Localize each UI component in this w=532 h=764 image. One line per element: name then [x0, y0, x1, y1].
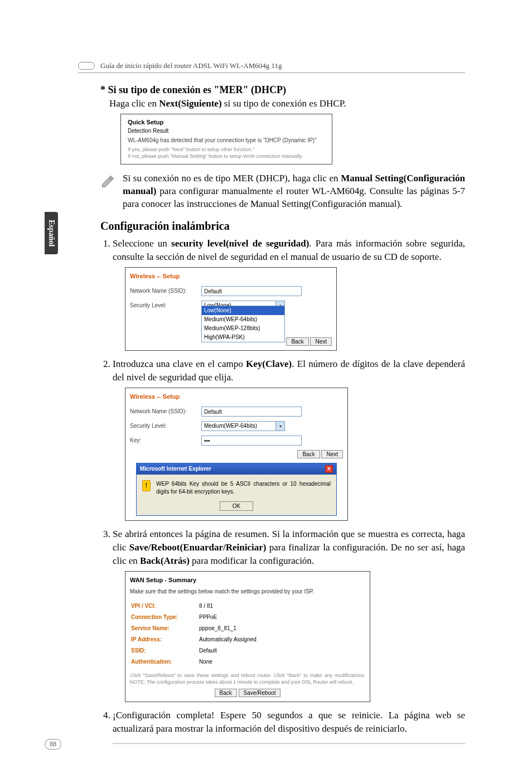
qs-detect: WL-AM604g has detected that your connect…: [128, 137, 325, 143]
table-row: IP Address:Automatically Assigned: [131, 635, 261, 645]
security-dropdown[interactable]: Low(None) Medium(WEP-64bits) Medium(WEP-…: [201, 306, 285, 342]
language-tab: Español: [45, 212, 58, 254]
step-3: Se abrirá entonces la página de resumen.…: [113, 528, 465, 702]
summary-desc: Make sure that the settings below match …: [130, 588, 365, 596]
wireless-setup-shot-2: Wireless -- Setup Network Name (SSID): S…: [125, 388, 348, 521]
summary-table: VPI / VCI:8 / 81 Connection Type:PPPoE S…: [130, 600, 262, 668]
page-header: Guía de inicio rápido del router ADSL Wi…: [78, 61, 465, 73]
qs-hint1: If yes, please push "Next" button to set…: [128, 147, 325, 153]
page-number: 88: [45, 739, 61, 750]
table-row: Authentication:None: [131, 657, 261, 667]
router-icon: [78, 62, 95, 70]
ssid-input-2[interactable]: [201, 407, 302, 417]
ws2-title: Wireless -- Setup: [130, 393, 343, 401]
pencil-icon: [100, 173, 116, 189]
warning-icon: !: [142, 480, 151, 491]
table-row: Service Name:pppoe_8_81_1: [131, 623, 261, 634]
table-row: SSID:Default: [131, 646, 261, 656]
wireless-setup-shot-1: Wireless -- Setup Network Name (SSID): S…: [125, 267, 337, 351]
seclevel-label: Security Level:: [130, 302, 197, 310]
seclevel-label-2: Security Level:: [130, 422, 197, 430]
ssid-label: Network Name (SSID):: [130, 287, 197, 295]
key-label: Key:: [130, 437, 197, 444]
manual-note: Si su conexión no es de tipo MER (DHCP),…: [100, 172, 465, 211]
mer-subtext: Haga clic en Next(Siguiente) si su tipo …: [100, 98, 465, 109]
mer-heading: * Si su tipo de conexión es "MER" (DHCP): [100, 84, 465, 96]
step-4: ¡Configuración completa! Espere 50 segun…: [113, 709, 465, 744]
ok-button[interactable]: OK: [220, 501, 253, 511]
step-2: Introduzca una clave en el campo Key(Cla…: [113, 357, 465, 521]
ie-dialog: Microsoft Internet Explorer × ! WEP 64bi…: [136, 463, 337, 516]
back-button-2[interactable]: Back: [297, 450, 320, 458]
quick-setup-screenshot: Quick Setup Detection Result WL-AM604g h…: [120, 114, 332, 165]
option-wep64[interactable]: Medium(WEP-64bits): [202, 315, 284, 324]
qs-subtitle: Detection Result: [128, 128, 325, 134]
option-low[interactable]: Low(None): [202, 306, 284, 315]
ssid-label-2: Network Name (SSID):: [130, 408, 197, 415]
save-reboot-button[interactable]: Save/Reboot: [239, 689, 281, 697]
step-1: Seleccione un security level(nivel de se…: [113, 237, 465, 351]
next-button[interactable]: Next: [310, 337, 332, 346]
ie-dialog-title: Microsoft Internet Explorer: [140, 465, 211, 473]
divider: [113, 743, 465, 744]
qs-title: Quick Setup: [128, 119, 325, 125]
guide-title: Guía de inicio rápido del router ADSL Wi…: [100, 61, 282, 70]
wan-summary-shot: WAN Setup - Summary Make sure that the s…: [125, 571, 370, 703]
key-input[interactable]: [201, 436, 302, 446]
ws1-title: Wireless -- Setup: [130, 272, 332, 281]
qs-hint2: If not, please push "Manual Setting" but…: [128, 153, 325, 160]
option-wpa[interactable]: High(WPA-PSK): [202, 333, 284, 342]
ssid-input[interactable]: [201, 286, 302, 296]
security-level-select-2[interactable]: Medium(WEP-64bits) ▾: [201, 421, 285, 431]
ie-message: WEP 64bits Key should be 5 ASCII charact…: [156, 480, 331, 496]
option-wep128[interactable]: Medium(WEP-128bits): [202, 324, 284, 333]
table-row: Connection Type:PPPoE: [131, 612, 261, 622]
back-button[interactable]: Back: [286, 337, 308, 346]
next-button-2[interactable]: Next: [321, 450, 343, 458]
wireless-heading: Configuración inalámbrica: [100, 220, 465, 233]
summary-note: Click "Save/Reboot" to save these settin…: [130, 673, 365, 685]
table-row: VPI / VCI:8 / 81: [131, 601, 261, 611]
close-icon[interactable]: ×: [325, 465, 333, 473]
summary-back-button[interactable]: Back: [215, 689, 237, 697]
chevron-down-icon: ▾: [275, 422, 284, 431]
summary-title: WAN Setup - Summary: [130, 576, 365, 584]
